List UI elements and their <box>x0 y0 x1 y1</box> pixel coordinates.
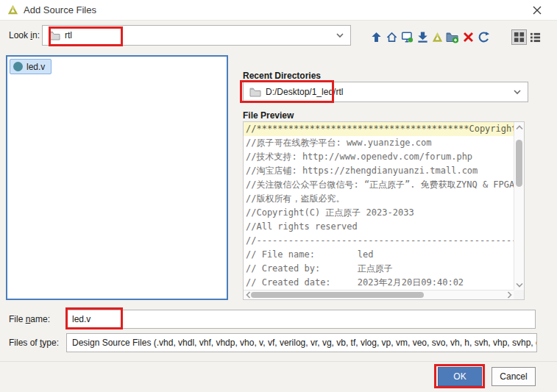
code-line: //Copyright(C) 正点原子 2023-2033 <box>244 206 514 220</box>
view-vivado-files-button[interactable] <box>430 30 444 44</box>
code-line: //**************************************… <box>244 122 514 136</box>
file-name-label: File name: <box>9 310 50 329</box>
recent-directory-value: D:/Desktop/1_led/rtl <box>266 87 343 97</box>
new-folder-icon <box>446 31 459 43</box>
code-line: // File name: led <box>244 248 514 262</box>
close-icon <box>533 6 542 15</box>
desktop-icon <box>401 31 414 43</box>
vertical-scroll-thumb[interactable] <box>516 140 522 187</box>
code-line: //--------------------------------------… <box>244 234 514 248</box>
grid-view-button[interactable] <box>511 29 527 45</box>
download-arrow-icon <box>416 31 429 43</box>
files-of-type-label: Files of type: <box>9 333 59 352</box>
scroll-down-icon[interactable] <box>515 280 524 289</box>
home-directory-button[interactable] <box>384 30 399 44</box>
code-line: // Created date: 2023年2月20日09:40:02 <box>244 276 514 290</box>
list-item-led-v[interactable]: led.v <box>10 59 52 74</box>
list-view-icon <box>530 32 541 43</box>
code-line: //关注微信公众平台微信号: “正点原子”. 免费获取ZYNQ & FPGA &… <box>244 178 514 192</box>
up-arrow-icon <box>370 31 383 43</box>
delete-x-icon <box>462 31 475 43</box>
home-icon <box>386 31 398 43</box>
code-line: //技术支持: http://www.openedv.com/forum.php <box>244 150 514 164</box>
look-in-combobox[interactable]: rtl <box>42 25 351 46</box>
delete-file-button[interactable] <box>461 30 475 44</box>
vivado-logo-icon <box>431 31 444 43</box>
file-preview-panel: //**************************************… <box>243 121 525 300</box>
list-view-button[interactable] <box>528 29 543 45</box>
file-name-input[interactable]: led.v <box>66 310 536 329</box>
files-of-type-combobox[interactable]: Design Source Files (.vhd, vhdl, vhf, vh… <box>66 333 537 352</box>
dialog-title: Add Source Files <box>24 0 96 20</box>
horizontal-scrollbar[interactable] <box>244 290 514 299</box>
chevron-down-icon <box>336 32 344 38</box>
horizontal-scroll-thumb[interactable] <box>251 292 424 298</box>
desktop-directory-button[interactable] <box>400 30 414 44</box>
code-line: //原子哥在线教学平台: www.yuanzige.com <box>244 136 514 150</box>
button-separator <box>0 361 557 362</box>
scrollbar-corner <box>514 290 524 299</box>
file-preview-label: File Preview <box>243 110 294 121</box>
up-directory-button[interactable] <box>369 30 383 44</box>
chevron-down-icon <box>514 89 521 95</box>
folder-icon <box>249 87 261 97</box>
file-list-panel: led.v <box>6 55 228 300</box>
recent-directories-combobox[interactable]: D:/Desktop/1_led/rtl <box>243 82 528 102</box>
dialog-titlebar: Add Source Files <box>0 0 557 21</box>
close-button[interactable] <box>526 1 548 19</box>
code-line: //All rights reserved <box>244 220 514 234</box>
cancel-button[interactable]: Cancel <box>492 367 536 386</box>
code-line: //淘宝店铺: https://zhengdianyuanzi.tmall.co… <box>244 164 514 178</box>
grid-view-icon <box>514 32 525 43</box>
vivado-logo-icon <box>7 4 19 16</box>
look-in-value: rtl <box>65 30 72 40</box>
default-directory-button[interactable] <box>415 30 430 44</box>
look-in-label: Look in: <box>9 25 40 46</box>
code-line: //版权所有，盗版必究。 <box>244 192 514 206</box>
create-new-folder-button[interactable] <box>445 30 460 44</box>
file-name-label: led.v <box>26 62 45 72</box>
verilog-file-icon <box>13 62 23 71</box>
scroll-right-icon[interactable] <box>505 291 514 299</box>
vertical-scrollbar[interactable] <box>514 122 524 290</box>
refresh-icon <box>478 31 490 43</box>
recent-directories-label: Recent Directories <box>243 71 321 81</box>
folder-icon <box>49 30 60 40</box>
scroll-up-icon[interactable] <box>515 123 524 132</box>
ok-button[interactable]: OK <box>438 367 482 386</box>
code-preview: //**************************************… <box>244 122 514 290</box>
refresh-button[interactable] <box>476 30 491 44</box>
code-line: // Created by: 正点原子 <box>244 262 514 276</box>
